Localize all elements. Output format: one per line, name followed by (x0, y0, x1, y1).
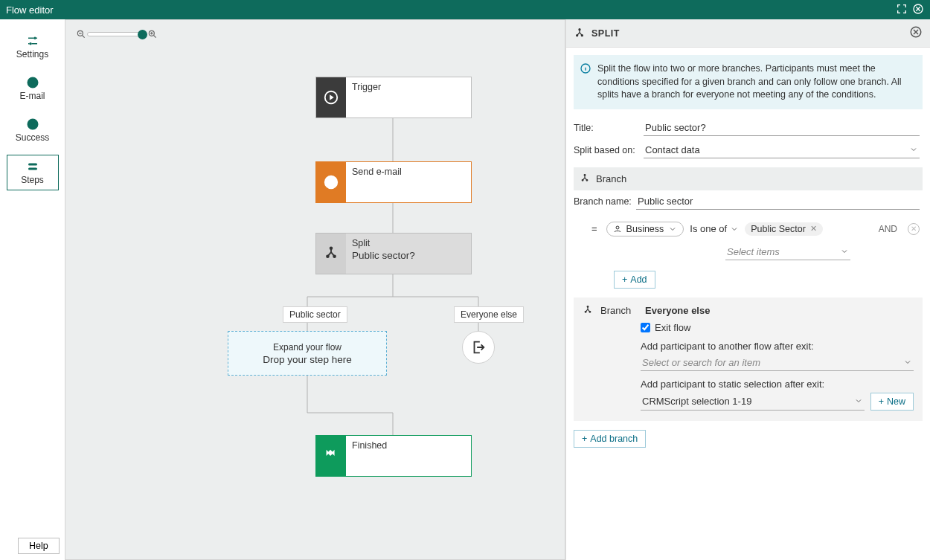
svg-point-7 (31, 123, 33, 125)
add-flow-label: Add participant to another flow after ex… (641, 341, 914, 352)
expand-icon[interactable] (896, 3, 908, 17)
svg-rect-9 (28, 168, 37, 170)
svg-point-35 (586, 179, 588, 181)
flag-icon (316, 436, 346, 476)
select-items[interactable]: Select items (725, 244, 850, 260)
add-branch-button[interactable]: +Add branch (574, 430, 646, 448)
zoom-out-icon[interactable] (76, 29, 86, 39)
remove-criteria-icon[interactable]: ✕ (908, 223, 920, 235)
chevron-down-icon (668, 225, 677, 234)
add-selection-select[interactable]: CRMScript selection 1-19 (641, 393, 865, 411)
title-bar: Flow editor (0, 0, 930, 19)
branch-name-input[interactable]: Public sector (636, 193, 920, 210)
split-icon (316, 234, 346, 274)
branch-label-right[interactable]: Everyone else (454, 306, 524, 323)
side-nav: Settings E-mail Success Steps Help (0, 19, 65, 560)
svg-point-28 (579, 28, 580, 30)
split-icon (574, 28, 586, 39)
branch-name-label: Branch name: (574, 196, 633, 207)
exit-flow-checkbox[interactable]: Exit flow (641, 322, 914, 333)
nav-steps[interactable]: Steps (7, 155, 59, 190)
svg-point-30 (581, 34, 583, 36)
panel-header: SPLIT (566, 19, 930, 48)
exit-icon (470, 339, 487, 355)
zoom-slider[interactable] (87, 32, 147, 36)
split-based-select[interactable]: Contact data (644, 142, 920, 158)
split-based-label: Split based on: (574, 145, 641, 155)
node-finished[interactable]: Finished (315, 435, 472, 477)
add-flow-select[interactable]: Select or search for an item (641, 355, 914, 371)
info-box: Split the flow into two or more branches… (574, 55, 923, 109)
svg-point-25 (330, 247, 333, 249)
drop-zone[interactable]: Expand your flow Drop your step here (228, 331, 387, 376)
add-criteria-button[interactable]: +Add (614, 271, 655, 289)
equals-label: = (591, 223, 597, 234)
title-input[interactable]: Public sector? (644, 120, 920, 136)
panel-title: SPLIT (591, 28, 620, 39)
svg-point-2 (29, 42, 31, 45)
svg-point-26 (327, 255, 329, 257)
info-icon (580, 62, 591, 74)
chevron-down-icon (909, 145, 918, 154)
nav-settings[interactable]: Settings (7, 30, 59, 64)
window-title: Flow editor (6, 4, 54, 16)
chevron-down-icon (730, 225, 739, 234)
business-select[interactable]: Business (606, 222, 684, 236)
node-send-email[interactable]: Send e-mail (315, 161, 472, 203)
panel-close-icon[interactable] (909, 25, 923, 41)
svg-point-39 (589, 311, 591, 312)
split-icon (583, 305, 593, 315)
svg-point-1 (33, 37, 36, 39)
close-icon[interactable] (912, 3, 924, 17)
branch-section: Branch (574, 167, 923, 190)
properties-panel: SPLIT Split the flow into two or more br… (565, 19, 930, 560)
new-selection-button[interactable]: +New (870, 393, 914, 411)
chevron-down-icon (903, 358, 912, 367)
nav-success[interactable]: Success (7, 113, 59, 147)
svg-rect-8 (28, 164, 37, 166)
svg-point-37 (587, 306, 589, 307)
value-tag[interactable]: Public Sector ✕ (745, 222, 823, 236)
at-icon (316, 162, 346, 202)
help-button[interactable]: Help (18, 538, 60, 554)
zoom-in-icon[interactable] (147, 29, 158, 39)
nav-email[interactable]: E-mail (7, 71, 59, 106)
operator-select[interactable]: Is one of (690, 223, 739, 234)
branch-else: Branch Everyone else Exit flow Add parti… (574, 297, 923, 421)
svg-point-29 (577, 34, 578, 36)
split-icon (580, 173, 590, 184)
branch-else-title: Everyone else (645, 305, 710, 316)
flow-canvas[interactable]: Trigger Send e-mail Split Public sector?… (65, 19, 565, 560)
svg-point-33 (584, 174, 586, 176)
node-split[interactable]: Split Public sector? (315, 233, 472, 274)
branch-label-left[interactable]: Public sector (283, 306, 347, 323)
title-label: Title: (574, 123, 641, 133)
exit-node[interactable] (462, 331, 495, 364)
chevron-down-icon (854, 396, 863, 405)
svg-point-38 (585, 311, 586, 312)
node-trigger[interactable]: Trigger (315, 77, 472, 118)
zoom-control[interactable] (76, 29, 158, 39)
svg-point-36 (616, 226, 619, 229)
title-actions (896, 3, 924, 17)
and-label: AND (879, 224, 897, 234)
contact-icon (613, 225, 622, 234)
play-icon (316, 77, 346, 118)
svg-point-34 (582, 179, 583, 181)
remove-tag-icon[interactable]: ✕ (810, 224, 817, 234)
add-selection-label: Add participant to static selection afte… (641, 379, 914, 390)
chevron-down-icon (840, 247, 849, 256)
svg-point-27 (333, 255, 336, 257)
